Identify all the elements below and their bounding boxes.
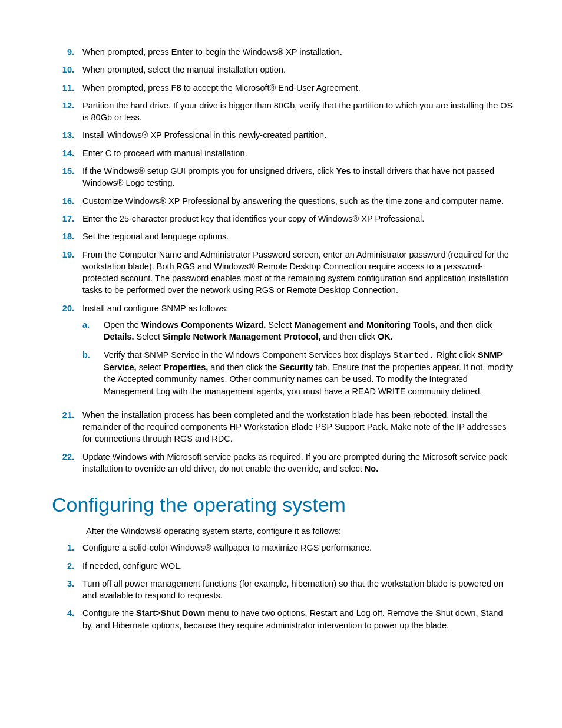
sub-step-number: a.	[82, 319, 104, 343]
list-item: 17.Enter the 25-character product key th…	[52, 213, 515, 225]
step-content: Install Windows® XP Professional in this…	[82, 129, 515, 141]
step-number: 4.	[52, 607, 82, 631]
step-content: Turn off all power management functions …	[82, 578, 515, 602]
step-number: 1.	[52, 542, 82, 554]
step-content: If needed, configure WOL.	[82, 560, 515, 572]
config-list: 1.Configure a solid-color Windows® wallp…	[52, 542, 515, 631]
sub-list-item: b.Verify that SNMP Service in the Window…	[82, 349, 515, 397]
step-content: Customize Windows® XP Professional by an…	[82, 195, 515, 207]
step-content: Configure a solid-color Windows® wallpap…	[82, 542, 515, 554]
step-number: 14.	[52, 147, 82, 159]
step-content: Update Windows with Microsoft service pa…	[82, 451, 515, 475]
step-content: Partition the hard drive. If your drive …	[82, 100, 515, 124]
instruction-list: 9.When prompted, press Enter to begin th…	[52, 46, 515, 475]
list-item: 1.Configure a solid-color Windows® wallp…	[52, 542, 515, 554]
step-number: 16.	[52, 195, 82, 207]
step-content: Configure the Start>Shut Down menu to ha…	[82, 607, 515, 631]
step-number: 20.	[52, 302, 82, 403]
sub-step-content: Open the Windows Components Wizard. Sele…	[104, 319, 515, 343]
step-content: When prompted, press Enter to begin the …	[82, 46, 515, 58]
step-number: 9.	[52, 46, 82, 58]
step-content: When the installation process has been c…	[82, 409, 515, 445]
step-number: 19.	[52, 249, 82, 297]
step-content: Set the regional and language options.	[82, 230, 515, 242]
list-item: 11.When prompted, press F8 to accept the…	[52, 82, 515, 94]
list-item: 16.Customize Windows® XP Professional by…	[52, 195, 515, 207]
step-number: 2.	[52, 560, 82, 572]
sub-step-content: Verify that SNMP Service in the Windows …	[104, 349, 515, 397]
step-number: 11.	[52, 82, 82, 94]
list-item: 3.Turn off all power management function…	[52, 578, 515, 602]
step-number: 17.	[52, 213, 82, 225]
step-content: Enter C to proceed with manual installat…	[82, 147, 515, 159]
list-item: 19.From the Computer Name and Administra…	[52, 249, 515, 297]
step-content: Enter the 25-character product key that …	[82, 213, 515, 225]
list-item: 2.If needed, configure WOL.	[52, 560, 515, 572]
list-item: 10.When prompted, select the manual inst…	[52, 64, 515, 75]
step-number: 15.	[52, 165, 82, 189]
step-content: If the Windows® setup GUI prompts you fo…	[82, 165, 515, 189]
list-item: 13.Install Windows® XP Professional in t…	[52, 129, 515, 141]
step-number: 10.	[52, 64, 82, 75]
list-item: 22.Update Windows with Microsoft service…	[52, 451, 515, 475]
step-number: 3.	[52, 578, 82, 602]
step-content: From the Computer Name and Administrator…	[82, 249, 515, 297]
step-number: 22.	[52, 451, 82, 475]
step-content: When prompted, select the manual install…	[82, 64, 515, 75]
list-item: 12.Partition the hard drive. If your dri…	[52, 100, 515, 124]
list-item: 20.Install and configure SNMP as follows…	[52, 302, 515, 403]
step-number: 12.	[52, 100, 82, 124]
list-item: 15.If the Windows® setup GUI prompts you…	[52, 165, 515, 189]
step-content: When prompted, press F8 to accept the Mi…	[82, 82, 515, 94]
step-number: 18.	[52, 230, 82, 242]
sub-step-number: b.	[82, 349, 104, 397]
list-item: 18.Set the regional and language options…	[52, 230, 515, 242]
section-heading: Configuring the operating system	[52, 491, 515, 519]
intro-paragraph: After the Windows® operating system star…	[86, 525, 515, 537]
step-content: Install and configure SNMP as follows:a.…	[82, 302, 515, 403]
list-item: 21.When the installation process has bee…	[52, 409, 515, 445]
step-number: 21.	[52, 409, 82, 445]
list-item: 4.Configure the Start>Shut Down menu to …	[52, 607, 515, 631]
list-item: 9.When prompted, press Enter to begin th…	[52, 46, 515, 58]
step-number: 13.	[52, 129, 82, 141]
sub-list: a.Open the Windows Components Wizard. Se…	[82, 319, 515, 397]
sub-list-item: a.Open the Windows Components Wizard. Se…	[82, 319, 515, 343]
list-item: 14.Enter C to proceed with manual instal…	[52, 147, 515, 159]
